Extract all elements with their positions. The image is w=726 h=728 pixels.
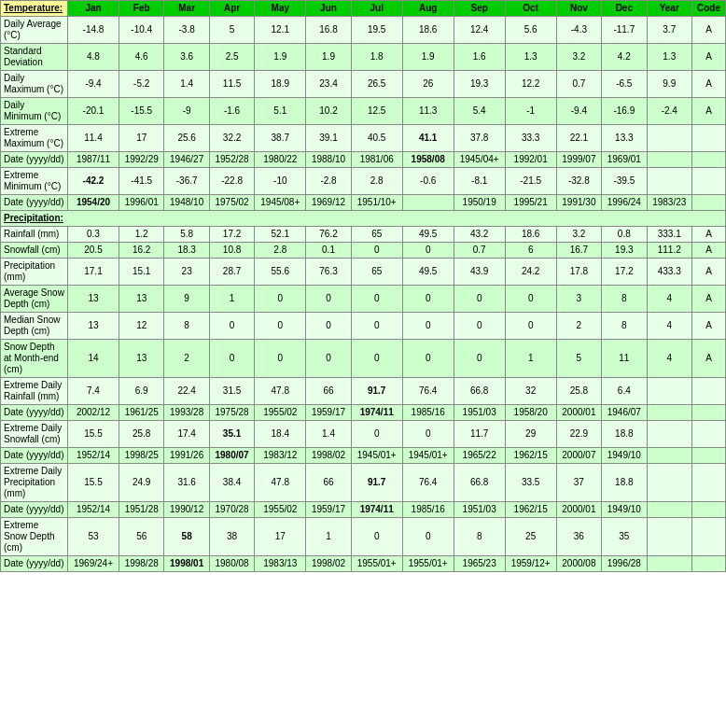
cell: 19.3: [602, 243, 647, 259]
cell: 1949/10: [602, 502, 647, 518]
cell: 11.3: [402, 98, 454, 125]
cell: [647, 405, 691, 421]
cell: 1945/01+: [351, 448, 402, 464]
cell: 18.8: [602, 421, 647, 448]
cell: 41.1: [402, 125, 454, 152]
cell: 0: [255, 286, 306, 313]
cell: A: [691, 286, 725, 313]
cell: 65: [351, 259, 402, 286]
cell: 3.2: [556, 44, 601, 71]
climate-table: Temperature: Jan Feb Mar Apr May Jun Jul…: [0, 0, 726, 572]
cell: 33.3: [505, 125, 556, 152]
cell: 56: [119, 518, 163, 556]
cell: 16.8: [306, 17, 351, 44]
cell: -20.1: [68, 98, 119, 125]
cell: 1980/07: [209, 448, 254, 464]
cell: 8: [602, 313, 647, 340]
cell: 0: [454, 313, 505, 340]
cell: 17: [255, 518, 306, 556]
col-code: Code: [691, 1, 725, 17]
cell: 2.8: [255, 243, 306, 259]
col-jul: Jul: [351, 1, 402, 17]
cell: -0.6: [402, 168, 454, 195]
cell: 4.8: [68, 44, 119, 71]
cell: 0: [351, 340, 402, 378]
cell: 13: [119, 340, 163, 378]
table-row: Daily Maximum (°C)-9.4-5.21.411.518.923.…: [1, 71, 726, 98]
cell: 33.5: [505, 464, 556, 502]
cell: A: [691, 227, 725, 243]
cell: 91.7: [351, 378, 402, 405]
cell: 0: [505, 313, 556, 340]
cell: 1955/02: [255, 405, 306, 421]
cell: 1954/20: [68, 195, 119, 211]
cell: [647, 464, 691, 502]
cell: 1952/14: [68, 448, 119, 464]
cell: [691, 405, 725, 421]
col-year: Year: [647, 1, 691, 17]
cell: -36.7: [164, 168, 209, 195]
cell: 1999/07: [556, 152, 601, 168]
col-feb: Feb: [119, 1, 163, 17]
cell: 19.3: [454, 71, 505, 98]
cell: 1.4: [164, 71, 209, 98]
table-row: Precipitation (mm)17.115.12328.755.676.3…: [1, 259, 726, 286]
cell: 1983/12: [255, 448, 306, 464]
cell: 0: [402, 243, 454, 259]
cell: 2: [556, 313, 601, 340]
row-label: Extreme Maximum (°C): [1, 125, 68, 152]
cell: 5: [556, 340, 601, 378]
cell: A: [691, 243, 725, 259]
cell: 1996/24: [602, 195, 647, 211]
cell: 1974/11: [351, 502, 402, 518]
row-label: Daily Maximum (°C): [1, 71, 68, 98]
cell: 1991/26: [164, 448, 209, 464]
cell: 43.9: [454, 259, 505, 286]
cell: -5.2: [119, 71, 163, 98]
cell: 10.2: [306, 98, 351, 125]
cell: -1: [505, 98, 556, 125]
cell: 0: [255, 340, 306, 378]
row-label: Rainfall (mm): [1, 227, 68, 243]
col-oct: Oct: [505, 1, 556, 17]
cell: 11: [602, 340, 647, 378]
row-label: Date (yyyy/dd): [1, 448, 68, 464]
cell: 26.5: [351, 71, 402, 98]
cell: -9.4: [68, 71, 119, 98]
cell: 1959/17: [306, 502, 351, 518]
cell: 1949/10: [602, 448, 647, 464]
cell: 15.1: [119, 259, 163, 286]
cell: 0: [402, 421, 454, 448]
cell: -39.5: [602, 168, 647, 195]
cell: 1991/30: [556, 195, 601, 211]
cell: 23: [164, 259, 209, 286]
cell: 25: [505, 518, 556, 556]
cell: [691, 168, 725, 195]
col-jun: Jun: [306, 1, 351, 17]
table-row: Snow Depth at Month-end (cm)141320000001…: [1, 340, 726, 378]
cell: 1992/29: [119, 152, 163, 168]
cell: 1.4: [306, 421, 351, 448]
cell: 43.2: [454, 227, 505, 243]
cell: 22.9: [556, 421, 601, 448]
cell: 0.7: [454, 243, 505, 259]
cell: 11.5: [209, 71, 254, 98]
cell: [647, 421, 691, 448]
cell: 66: [306, 378, 351, 405]
cell: 49.5: [402, 259, 454, 286]
cell: 0.3: [68, 227, 119, 243]
cell: 1958/20: [505, 405, 556, 421]
cell: 111.2: [647, 243, 691, 259]
cell: 17: [119, 125, 163, 152]
col-nov: Nov: [556, 1, 601, 17]
cell: 24.9: [119, 464, 163, 502]
cell: [647, 448, 691, 464]
cell: 3.6: [164, 44, 209, 71]
cell: [691, 518, 725, 556]
cell: 0: [454, 340, 505, 378]
cell: -41.5: [119, 168, 163, 195]
cell: 4: [647, 313, 691, 340]
cell: 0: [306, 340, 351, 378]
cell: 1951/03: [454, 405, 505, 421]
cell: 1946/27: [164, 152, 209, 168]
